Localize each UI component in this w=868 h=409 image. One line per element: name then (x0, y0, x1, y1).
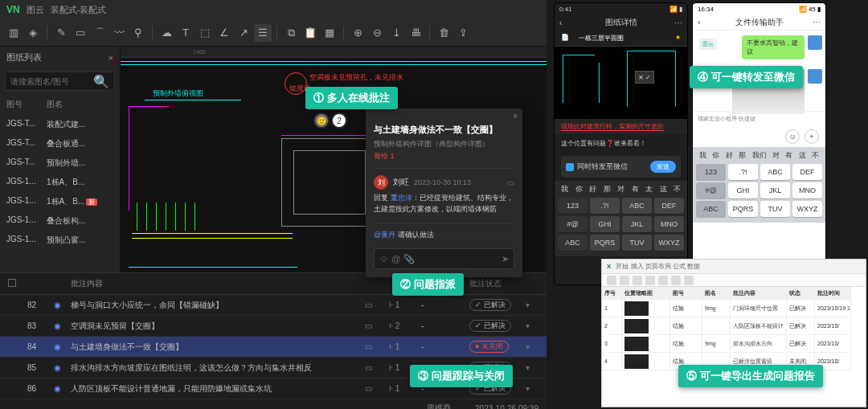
text-icon[interactable]: T (177, 24, 194, 42)
send-button[interactable]: 发送 (650, 161, 676, 173)
brush-icon[interactable]: ✎ (52, 24, 70, 42)
key[interactable]: ABC (622, 198, 652, 214)
tab-file[interactable]: 一栋三层平面图 (579, 34, 624, 43)
search-input[interactable] (10, 77, 93, 86)
report-grid[interactable]: 序号位置缩略图图号图名批注内容状态批注时间1结施9mg门洞详细尺寸位置已解决20… (602, 287, 866, 370)
ribbon-icon[interactable] (620, 276, 629, 285)
list-item[interactable]: JGS-T...预制外墙... (0, 153, 120, 173)
list-item[interactable]: JGS-1...预制凸窗... (0, 231, 120, 250)
list-item[interactable]: JGS-T...叠合板通... (0, 134, 120, 153)
sidebar-search[interactable]: 🔍 (5, 72, 115, 91)
forward-card[interactable]: 同时转发至微信 发送 (561, 156, 681, 178)
key[interactable]: WXYZ (792, 201, 822, 217)
collaborator-avatars[interactable]: 🙂 2 (313, 112, 347, 129)
polyline-icon[interactable]: 〰 (110, 24, 128, 42)
download-icon[interactable]: ⤓ (387, 24, 405, 42)
emoji-icon[interactable]: ☺ (785, 129, 800, 144)
ribbon-icon[interactable] (671, 276, 681, 285)
phone-cad-view[interactable]: ✕✓ (555, 47, 687, 119)
table-row[interactable]: 83◉空调洞未见预留【交圈】▭⊦ 2-✓ 已解决▾ (0, 316, 547, 337)
highlight-icon[interactable]: ∠ (215, 24, 233, 42)
key[interactable]: WXYZ (654, 235, 684, 251)
sidebar-close-icon[interactable]: × (108, 53, 113, 63)
key[interactable]: #@ (558, 216, 588, 232)
key[interactable]: PQRS (590, 235, 620, 251)
key[interactable]: PQRS (728, 201, 758, 217)
select-icon[interactable]: ⬚ (196, 24, 214, 42)
list-icon[interactable]: ☰ (254, 24, 272, 42)
key[interactable]: .?! (590, 198, 620, 214)
paste-icon[interactable]: 📋 (301, 24, 319, 42)
key[interactable]: MNO (654, 216, 684, 232)
key[interactable]: DEF (792, 164, 822, 180)
key[interactable]: ABC (558, 235, 588, 251)
grid-icon[interactable]: ▦ (321, 24, 338, 42)
ribbon-icon[interactable] (684, 276, 694, 285)
share-icon[interactable]: ⇪ (454, 24, 472, 42)
list-item[interactable]: JGS-1...1栋A、B... (0, 173, 120, 192)
table-row[interactable]: 84◉与土建墙身做法不一致【交圈】▭⊦ 1-● 未关闭▾ (0, 337, 547, 358)
key[interactable]: #@ (696, 182, 726, 198)
callout-1: ① 多人在线批注 (305, 87, 398, 109)
emoji-icon[interactable]: ☺ (379, 254, 388, 264)
more-icon[interactable]: ⋯ (674, 18, 682, 27)
keyboard[interactable]: 我你好那对有太这不 123.?!ABCDEF#@GHIJKLMNOABCPQRS… (555, 181, 687, 256)
copy-icon[interactable]: ⧉ (282, 24, 300, 42)
attach-icon[interactable]: 📎 (403, 254, 415, 264)
star-icon[interactable]: ★ (675, 34, 681, 43)
source-tag: 图云 (699, 39, 717, 50)
key[interactable]: DEF (654, 198, 684, 214)
ribbon-icon[interactable] (633, 276, 642, 285)
key[interactable]: TUV (622, 235, 652, 251)
logo: VN (6, 4, 20, 15)
ribbon-icon[interactable] (645, 276, 655, 285)
avatar: 刘 (374, 175, 388, 190)
search-icon[interactable]: ⚲ (129, 24, 147, 42)
brand-name: 图云 (27, 4, 44, 16)
layers-icon[interactable]: ◈ (24, 24, 42, 42)
back-icon[interactable]: ‹ (698, 18, 700, 27)
search-icon[interactable]: 🔍 (93, 74, 109, 89)
callout-2: ② 问题指派 (392, 273, 464, 296)
key[interactable]: TUV (760, 201, 790, 217)
key[interactable]: GHI (728, 182, 758, 198)
key[interactable]: 123 (696, 164, 726, 180)
zoom-in-icon[interactable]: ⊕ (349, 24, 366, 42)
table-row[interactable]: 82◉梯号与洞口大小应统一，余同【错漏碰缺】▭⊦ 1-✓ 已解决▾ (0, 295, 547, 316)
close-icon[interactable]: × (513, 112, 518, 121)
print-icon[interactable]: 🖶 (407, 24, 424, 42)
send-icon[interactable]: ➤ (502, 254, 509, 264)
checkbox-all[interactable] (8, 279, 16, 287)
key[interactable]: JKL (760, 182, 790, 198)
key[interactable]: 123 (558, 198, 588, 214)
zoom-out-icon[interactable]: ⊖ (368, 24, 386, 42)
key[interactable]: .?! (728, 164, 758, 180)
ribbon-icon[interactable] (658, 276, 668, 285)
arc-icon[interactable]: ⌒ (91, 24, 108, 42)
message-icon[interactable]: ▭ (507, 178, 514, 187)
annotation-popup: × 与土建墙身做法不一致【交圈】 预制外墙构件详图（典型构件详图） 资给 1 刘… (366, 108, 522, 277)
col-name: 图名 (47, 99, 63, 110)
list-item[interactable]: JGS-1...1栋A、B...新 (0, 192, 120, 211)
reply-input[interactable]: ☺ @ 📎 ➤ (374, 248, 514, 269)
keyboard[interactable]: 我你好那我们对有这不 123.?!ABCDEF#@GHIJKLMNOABCPQR… (693, 147, 825, 223)
cloud-icon[interactable]: ☁ (158, 24, 175, 42)
plus-icon[interactable]: + (805, 129, 819, 144)
key[interactable]: ABC (696, 201, 726, 217)
list-item[interactable]: JGS-T...装配式建... (0, 115, 120, 134)
key[interactable]: GHI (590, 216, 620, 232)
panel-icon[interactable]: ▥ (5, 24, 23, 42)
key[interactable]: ABC (760, 164, 790, 180)
avatar (808, 35, 822, 50)
key[interactable]: MNO (792, 182, 822, 198)
key[interactable]: JKL (622, 216, 652, 232)
more-icon[interactable]: ⋯ (813, 18, 821, 27)
mention-icon[interactable]: @ (391, 254, 400, 264)
arrow-icon[interactable]: ↗ (235, 24, 252, 42)
sidebar: 图纸列表 × 🔍 图号 图名 JGS-T...装配式建...JGS-T...叠合… (0, 47, 121, 272)
list-item[interactable]: JGS-1...叠合板构... (0, 211, 120, 231)
back-icon[interactable]: ‹ (559, 18, 562, 27)
ribbon-icon[interactable] (607, 276, 616, 285)
rect-icon[interactable]: ▭ (72, 24, 89, 42)
trash-icon[interactable]: 🗑 (435, 24, 452, 42)
